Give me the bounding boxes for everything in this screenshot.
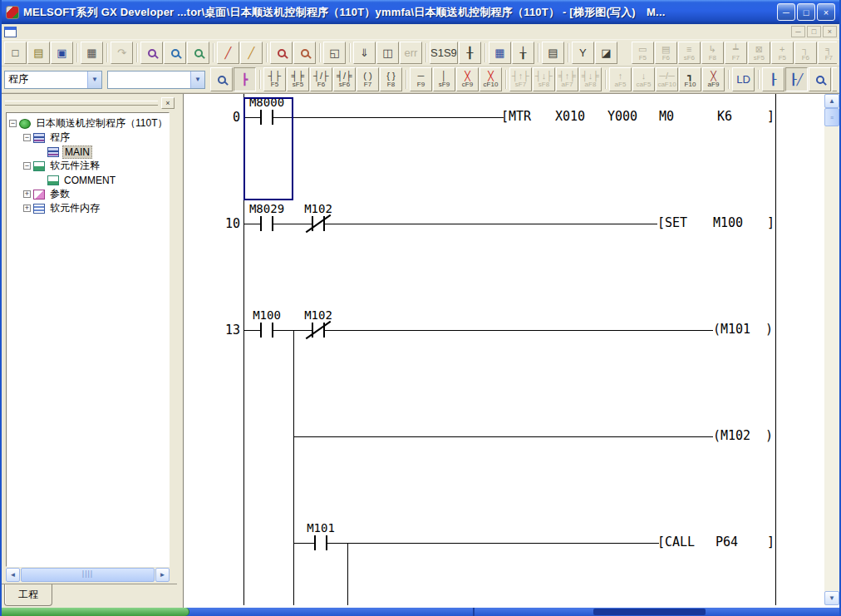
- step-run-button[interactable]: S1S9: [430, 42, 458, 64]
- instruction-text[interactable]: M0: [659, 109, 674, 124]
- contact-symbol[interactable]: [272, 216, 273, 231]
- project-tree-hscrollbar[interactable]: ◄ ►: [6, 568, 170, 582]
- panel-splitter[interactable]: [177, 94, 183, 615]
- hscrollbar-thumb[interactable]: [21, 568, 155, 582]
- coil-symbol[interactable]: ): [765, 322, 773, 337]
- tree-item-label[interactable]: 日本顺送机控制程序（110T）: [34, 116, 169, 131]
- closed-contact-button[interactable]: ┤/├ F6: [310, 67, 332, 91]
- scroll-up-icon[interactable]: ▲: [824, 94, 839, 108]
- error-check-button[interactable]: err: [400, 42, 422, 64]
- coil-symbol[interactable]: ): [765, 428, 773, 443]
- program-monitor-list-button[interactable]: ▤: [542, 42, 564, 64]
- device-label[interactable]: M8029: [238, 202, 296, 215]
- entry-ladder-monitor-button[interactable]: ◪: [595, 42, 617, 64]
- menu-convert[interactable]: [55, 30, 66, 33]
- minimize-button[interactable]: ─: [777, 3, 795, 21]
- falling-pulse-op-button[interactable]: ↓ caF5: [632, 67, 655, 91]
- panel-grip[interactable]: [5, 101, 158, 106]
- edit-cursor[interactable]: [243, 97, 293, 200]
- windows-taskbar[interactable]: [2, 608, 839, 616]
- coil-symbol[interactable]: (M101: [713, 322, 750, 337]
- scroll-down-icon[interactable]: ▼: [824, 591, 839, 605]
- contact-symbol[interactable]: [326, 535, 327, 550]
- instruction-text[interactable]: P64: [716, 535, 738, 549]
- undo-button[interactable]: ↷: [111, 42, 133, 64]
- sfc-transition-button[interactable]: + F5: [771, 42, 794, 64]
- instruction-text[interactable]: [SET: [657, 215, 687, 230]
- ladder-logic-test-button[interactable]: LD: [732, 67, 755, 91]
- tree-item-program[interactable]: − 程序: [7, 131, 169, 145]
- project-tree[interactable]: − 日本顺送机控制程序（110T） − 程序 MAIN −: [6, 112, 170, 567]
- instruction-text[interactable]: K6: [717, 109, 732, 124]
- menu-find-replace[interactable]: [43, 30, 55, 33]
- restore-button[interactable]: □: [797, 3, 815, 21]
- contact-symbol[interactable]: [272, 323, 273, 338]
- online-change-button[interactable]: ╁: [512, 42, 534, 64]
- replace-device-button[interactable]: ╱: [217, 42, 239, 64]
- device-use-list-button[interactable]: [293, 42, 316, 64]
- menu-diagnostics[interactable]: [90, 30, 101, 33]
- trace-button[interactable]: Y: [572, 42, 594, 64]
- application-instruction-button[interactable]: { } F8: [380, 67, 402, 91]
- coil-symbol[interactable]: (M102: [713, 428, 750, 443]
- project-data-list-button[interactable]: ┣: [234, 67, 256, 91]
- instruction-text[interactable]: Y000: [607, 109, 637, 124]
- ladder-block-button[interactable]: ▦: [489, 42, 511, 64]
- expand-toggle-icon[interactable]: +: [23, 190, 31, 198]
- contact-symbol[interactable]: [314, 535, 316, 550]
- coil-button[interactable]: ( ) F7: [357, 67, 379, 91]
- contact-symbol[interactable]: [260, 323, 262, 338]
- scroll-right-icon[interactable]: ►: [155, 568, 170, 582]
- sfc-parallel-divergence-button[interactable]: ╕ F7: [818, 42, 837, 64]
- ladder-window-icon[interactable]: [4, 27, 17, 37]
- parallel-falling-pulse-button[interactable]: ╡↓╞ aF8: [579, 67, 602, 91]
- horizontal-line-button[interactable]: ─ F9: [410, 67, 432, 91]
- device-label[interactable]: M102: [289, 202, 347, 215]
- menu-project[interactable]: [20, 30, 32, 33]
- expand-toggle-icon[interactable]: −: [23, 134, 31, 141]
- find-button[interactable]: [140, 42, 163, 64]
- sfc-rule-sf6-button[interactable]: ≡ sF6: [678, 42, 701, 64]
- instruction-text[interactable]: M100: [713, 215, 743, 230]
- chevron-down-icon[interactable]: ▼: [87, 71, 101, 88]
- rising-pulse-button[interactable]: ┤↑├ sF7: [509, 67, 532, 91]
- monitor-write-mode-button[interactable]: [832, 67, 837, 91]
- tree-item-project-root[interactable]: − 日本顺送机控制程序（110T）: [7, 116, 169, 131]
- tree-item-label[interactable]: 软元件注释: [48, 159, 101, 173]
- tree-item-comment[interactable]: COMMENT: [7, 173, 169, 187]
- instruction-text[interactable]: X010: [555, 109, 585, 124]
- rising-pulse-op-button[interactable]: ↑ aF5: [609, 67, 632, 91]
- project-tab[interactable]: 工程: [4, 584, 52, 606]
- parallel-rising-pulse-button[interactable]: ╡↑╞ aF7: [556, 67, 578, 91]
- panel-close-icon[interactable]: ×: [161, 97, 175, 109]
- expand-toggle-icon[interactable]: +: [23, 205, 31, 212]
- print-button[interactable]: ▦: [81, 42, 103, 64]
- tree-item-device-comment[interactable]: − 软元件注释: [7, 159, 169, 173]
- vscrollbar-thumb[interactable]: ≡: [824, 108, 839, 126]
- menu-tools[interactable]: [101, 30, 113, 33]
- device-select[interactable]: ▼: [107, 71, 205, 89]
- menu-online[interactable]: [78, 30, 90, 33]
- scroll-left-icon[interactable]: ◄: [6, 568, 20, 582]
- comment-search-button[interactable]: [210, 67, 233, 91]
- tree-item-device-memory[interactable]: + 软元件内存: [7, 201, 169, 215]
- contact-symbol[interactable]: [260, 216, 262, 231]
- replace-instruction-button[interactable]: ╱: [240, 42, 263, 64]
- mdi-minimize-button[interactable]: ─: [791, 26, 805, 37]
- delete-horizontal-line-button[interactable]: ╳ cF9: [456, 67, 479, 91]
- tree-item-label[interactable]: 软元件内存: [48, 201, 101, 215]
- tree-item-parameter[interactable]: + 参数: [7, 187, 169, 201]
- parallel-closed-contact-button[interactable]: ╡/╞ sF6: [333, 67, 356, 91]
- ladder-editor[interactable]: 01013M8000M8029M102M100M102M101(M101)(M1…: [183, 94, 839, 615]
- close-button[interactable]: ×: [817, 3, 835, 21]
- mdi-restore-button[interactable]: □: [807, 26, 821, 37]
- expand-toggle-icon[interactable]: −: [9, 120, 17, 127]
- write-mode-button[interactable]: ┠╱: [785, 67, 808, 91]
- open-project-button[interactable]: ▤: [27, 42, 50, 64]
- instruction-text[interactable]: [CALL: [657, 535, 695, 549]
- draw-line-button[interactable]: ┓ F10: [679, 67, 701, 91]
- find-instruction-button[interactable]: [187, 42, 209, 64]
- active-task-button[interactable]: [593, 609, 706, 615]
- device-label[interactable]: M100: [238, 308, 296, 322]
- falling-pulse-button[interactable]: ┤↓├ sF8: [533, 67, 555, 91]
